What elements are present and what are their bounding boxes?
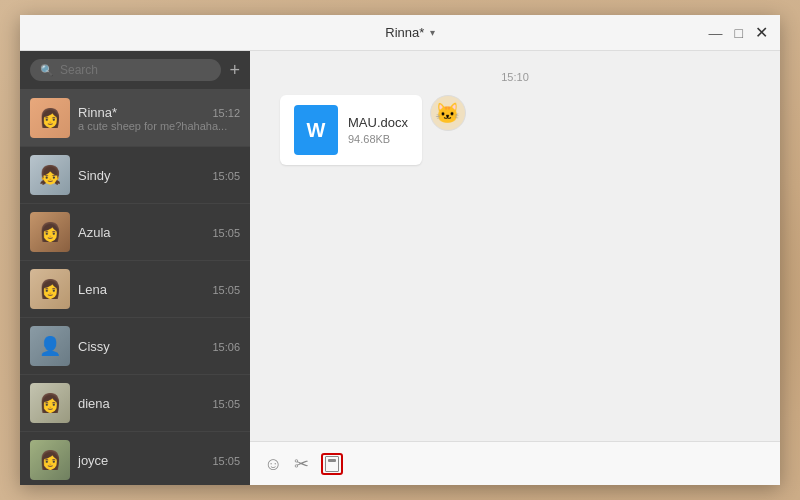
- title-bar-controls: — □ ✕: [709, 25, 768, 41]
- maximize-button[interactable]: □: [735, 26, 743, 40]
- file-info: MAU.docx 94.68KB: [348, 115, 408, 145]
- search-input[interactable]: [60, 63, 211, 77]
- contact-name: Cissy: [78, 339, 110, 354]
- app-window: Rinna* ▾ — □ ✕ 🔍 + 👩: [20, 15, 780, 485]
- avatar: 👩: [30, 440, 70, 480]
- list-item[interactable]: 👩 Rinna* 15:12 a cute sheep for me?hahah…: [20, 90, 250, 147]
- contact-time: 15:05: [212, 398, 240, 410]
- add-contact-button[interactable]: +: [229, 61, 240, 79]
- title-bar-center: Rinna* ▾: [112, 25, 709, 40]
- list-item[interactable]: 👤 Cissy 15:06: [20, 318, 250, 375]
- list-item[interactable]: 👧 Sindy 15:05: [20, 147, 250, 204]
- message-row: W MAU.docx 94.68KB 🐱: [280, 95, 750, 165]
- contact-name: Rinna*: [78, 105, 117, 120]
- clipboard-top: [328, 459, 336, 462]
- search-icon: 🔍: [40, 64, 54, 77]
- title-bar: Rinna* ▾ — □ ✕: [20, 15, 780, 51]
- chevron-down-icon[interactable]: ▾: [430, 27, 435, 38]
- avatar: 👧: [30, 155, 70, 195]
- close-button[interactable]: ✕: [755, 25, 768, 41]
- contact-time: 15:05: [212, 227, 240, 239]
- contact-info: Lena 15:05: [78, 282, 240, 297]
- sidebar-header: 🔍 +: [20, 51, 250, 90]
- list-item[interactable]: 👩 diena 15:05: [20, 375, 250, 432]
- avatar: 👩: [30, 98, 70, 138]
- sidebar: 🔍 + 👩 Rinna* 15:12 a cute: [20, 51, 250, 485]
- chat-input-bar: ☺ ✂: [250, 441, 780, 485]
- contact-list: 👩 Rinna* 15:12 a cute sheep for me?hahah…: [20, 90, 250, 485]
- chat-messages: 15:10 W MAU.docx 94.68KB 🐱: [250, 51, 780, 441]
- file-message-bubble: W MAU.docx 94.68KB: [280, 95, 422, 165]
- contact-name: Lena: [78, 282, 107, 297]
- contact-name: joyce: [78, 453, 108, 468]
- chat-area: 15:10 W MAU.docx 94.68KB 🐱: [250, 51, 780, 485]
- contact-name: diena: [78, 396, 110, 411]
- contact-time: 15:05: [212, 284, 240, 296]
- list-item[interactable]: 👩 joyce 15:05: [20, 432, 250, 485]
- clipboard-icon: [325, 456, 339, 472]
- avatar: 👩: [30, 383, 70, 423]
- contact-info: Sindy 15:05: [78, 168, 240, 183]
- contact-info: Rinna* 15:12 a cute sheep for me?hahaha.…: [78, 105, 240, 132]
- contact-time: 15:05: [212, 455, 240, 467]
- sender-avatar: 🐱: [430, 95, 466, 131]
- main-content: 🔍 + 👩 Rinna* 15:12 a cute: [20, 51, 780, 485]
- avatar: 👩: [30, 212, 70, 252]
- file-name: MAU.docx: [348, 115, 408, 130]
- contact-time: 15:05: [212, 170, 240, 182]
- list-item[interactable]: 👩 Lena 15:05: [20, 261, 250, 318]
- contact-info: Cissy 15:06: [78, 339, 240, 354]
- search-box[interactable]: 🔍: [30, 59, 221, 81]
- contact-time: 15:12: [212, 107, 240, 119]
- contact-preview: a cute sheep for me?hahaha...: [78, 120, 240, 132]
- file-size: 94.68KB: [348, 133, 408, 145]
- contact-info: diena 15:05: [78, 396, 240, 411]
- scissors-button[interactable]: ✂: [294, 455, 309, 473]
- avatar: 👩: [30, 269, 70, 309]
- emoji-button[interactable]: ☺: [264, 455, 282, 473]
- contact-info: joyce 15:05: [78, 453, 240, 468]
- list-item[interactable]: 👩 Azula 15:05: [20, 204, 250, 261]
- clipboard-button[interactable]: [321, 453, 343, 475]
- contact-name: Sindy: [78, 168, 111, 183]
- contact-time: 15:06: [212, 341, 240, 353]
- minimize-button[interactable]: —: [709, 26, 723, 40]
- message-time-label: 15:10: [280, 71, 750, 83]
- contact-info: Azula 15:05: [78, 225, 240, 240]
- chat-title: Rinna*: [385, 25, 424, 40]
- avatar: 👤: [30, 326, 70, 366]
- contact-name: Azula: [78, 225, 111, 240]
- file-type-icon: W: [294, 105, 338, 155]
